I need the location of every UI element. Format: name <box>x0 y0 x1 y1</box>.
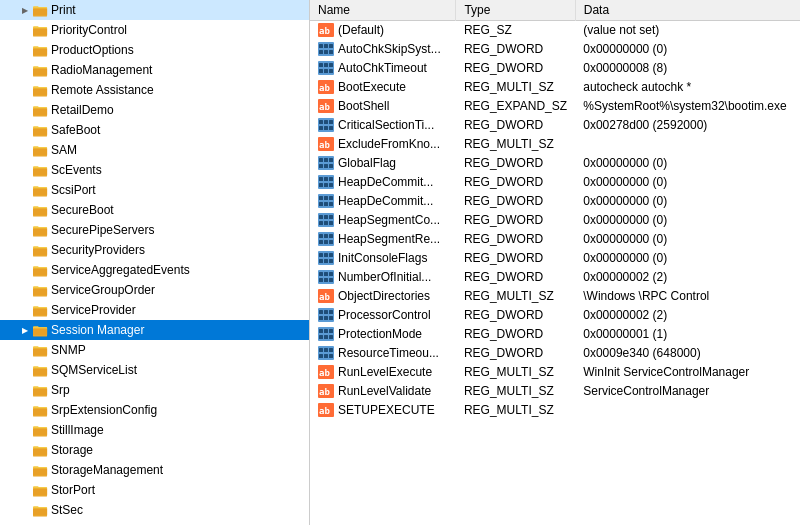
svg-rect-144 <box>324 44 328 48</box>
registry-tree[interactable]: Print PriorityControl ProductOptions Rad… <box>0 0 310 525</box>
table-row[interactable]: ProcessorControl REG_DWORD0x00000002 (2) <box>310 306 800 325</box>
tree-item-serviceProvider[interactable]: ServiceProvider <box>0 300 309 320</box>
table-row[interactable]: GlobalFlag REG_DWORD0x00000000 (0) <box>310 154 800 173</box>
tree-label-scsiPort: ScsiPort <box>51 183 96 197</box>
col-header-type[interactable]: Type <box>456 0 575 21</box>
svg-rect-39 <box>33 147 47 148</box>
svg-rect-83 <box>33 328 47 336</box>
value-name-20: SETUPEXECUTE <box>338 403 435 417</box>
tree-label-stSec: StSec <box>51 503 83 517</box>
svg-rect-84 <box>33 327 47 328</box>
tree-label-srp: Srp <box>51 383 70 397</box>
tree-item-serviceAggregatedEvents[interactable]: ServiceAggregatedEvents <box>0 260 309 280</box>
cell-data-16: 0x00000001 (1) <box>575 325 800 344</box>
tree-item-serviceGroupOrder[interactable]: ServiceGroupOrder <box>0 280 309 300</box>
tree-item-retailDemo[interactable]: RetailDemo <box>0 100 309 120</box>
cell-name-14: ab ObjectDirectories <box>310 287 456 306</box>
table-row[interactable]: ab ExcludeFromKno... REG_MULTI_SZ <box>310 135 800 154</box>
svg-rect-174 <box>324 164 328 168</box>
folder-icon-storageManagement <box>32 462 48 478</box>
value-name-11: HeapSegmentRe... <box>338 232 440 246</box>
tree-item-srpExtensionConfig[interactable]: SrpExtensionConfig <box>0 400 309 420</box>
svg-rect-146 <box>319 50 323 54</box>
svg-rect-173 <box>319 164 323 168</box>
folder-icon-scsiPort <box>32 182 48 198</box>
table-row[interactable]: ab BootShell REG_EXPAND_SZ%SystemRoot%\s… <box>310 97 800 116</box>
tree-item-remoteAssistance[interactable]: Remote Assistance <box>0 80 309 100</box>
tree-item-storPort[interactable]: StorPort <box>0 480 309 500</box>
table-row[interactable]: ab SETUPEXECUTE REG_MULTI_SZ <box>310 401 800 420</box>
svg-rect-148 <box>329 50 333 54</box>
table-row[interactable]: HeapSegmentCo... REG_DWORD0x00000000 (0) <box>310 211 800 230</box>
value-name-1: AutoChkSkipSyst... <box>338 42 441 56</box>
tree-item-srp[interactable]: Srp <box>0 380 309 400</box>
tree-item-stSec[interactable]: StSec <box>0 500 309 520</box>
svg-rect-208 <box>319 259 323 263</box>
tree-item-productOptions[interactable]: ProductOptions <box>0 40 309 60</box>
value-name-6: ExcludeFromKno... <box>338 137 440 151</box>
svg-rect-187 <box>319 202 323 206</box>
svg-rect-207 <box>329 253 333 257</box>
value-name-17: ResourceTimeou... <box>338 346 439 360</box>
tree-item-priorityControl[interactable]: PriorityControl <box>0 20 309 40</box>
svg-rect-195 <box>324 221 328 225</box>
tree-chevron-sessionManager[interactable] <box>18 323 32 337</box>
table-row[interactable]: InitConsoleFlags REG_DWORD0x00000000 (0) <box>310 249 800 268</box>
tree-item-sessionManager[interactable]: Session Manager <box>0 320 309 340</box>
tree-chevron-print[interactable] <box>18 3 32 17</box>
cell-name-18: ab RunLevelExecute <box>310 363 456 382</box>
tree-item-securityProviders[interactable]: SecurityProviders <box>0 240 309 260</box>
svg-rect-128 <box>33 508 47 516</box>
table-row[interactable]: CriticalSectionTi... REG_DWORD0x00278d00… <box>310 116 800 135</box>
value-icon-12 <box>318 251 334 265</box>
tree-item-scsiPort[interactable]: ScsiPort <box>0 180 309 200</box>
cell-data-9: 0x00000000 (0) <box>575 192 800 211</box>
svg-rect-73 <box>33 288 47 296</box>
tree-item-stillImage[interactable]: StillImage <box>0 420 309 440</box>
table-row[interactable]: ab RunLevelExecute REG_MULTI_SZWinInit S… <box>310 363 800 382</box>
tree-item-scEvents[interactable]: ScEvents <box>0 160 309 180</box>
table-row[interactable]: NumberOfInitial... REG_DWORD0x00000002 (… <box>310 268 800 287</box>
table-row[interactable]: HeapDeCommit... REG_DWORD0x00000000 (0) <box>310 173 800 192</box>
col-header-data[interactable]: Data <box>575 0 800 21</box>
table-row[interactable]: ProtectionMode REG_DWORD0x00000001 (1) <box>310 325 800 344</box>
tree-item-storageManagement[interactable]: StorageManagement <box>0 460 309 480</box>
svg-rect-177 <box>319 177 323 181</box>
tree-item-systemInformation[interactable]: SystemInformation <box>0 520 309 525</box>
tree-item-sqmServiceList[interactable]: SQMServiceList <box>0 360 309 380</box>
table-row[interactable]: ab BootExecute REG_MULTI_SZautocheck aut… <box>310 78 800 97</box>
cell-type-7: REG_DWORD <box>456 154 575 173</box>
tree-label-secureBoot: SecureBoot <box>51 203 114 217</box>
tree-item-safeBoot[interactable]: SafeBoot <box>0 120 309 140</box>
table-row[interactable]: HeapSegmentRe... REG_DWORD0x00000000 (0) <box>310 230 800 249</box>
tree-item-radioManagement[interactable]: RadioManagement <box>0 60 309 80</box>
table-row[interactable]: ab (Default) REG_SZ(value not set) <box>310 21 800 40</box>
table-row[interactable]: HeapDeCommit... REG_DWORD0x00000000 (0) <box>310 192 800 211</box>
tree-label-sessionManager: Session Manager <box>51 323 144 337</box>
value-name-7: GlobalFlag <box>338 156 396 170</box>
value-icon-5 <box>318 118 334 132</box>
table-row[interactable]: ResourceTimeou... REG_DWORD0x0009e340 (6… <box>310 344 800 363</box>
tree-item-secureBoot[interactable]: SecureBoot <box>0 200 309 220</box>
svg-rect-147 <box>324 50 328 54</box>
tree-item-print[interactable]: Print <box>0 0 309 20</box>
svg-rect-59 <box>33 227 47 228</box>
table-row[interactable]: ab ObjectDirectories REG_MULTI_SZ\Window… <box>310 287 800 306</box>
folder-icon-safeBoot <box>32 122 48 138</box>
table-row[interactable]: ab RunLevelValidate REG_MULTI_SZServiceC… <box>310 382 800 401</box>
svg-rect-18 <box>33 68 47 76</box>
tree-item-snmp[interactable]: SNMP <box>0 340 309 360</box>
tree-item-storage[interactable]: Storage <box>0 440 309 460</box>
cell-data-18: WinInit ServiceControlManager <box>575 363 800 382</box>
svg-rect-164 <box>319 126 323 130</box>
svg-rect-206 <box>324 253 328 257</box>
table-row[interactable]: AutoChkSkipSyst... REG_DWORD0x00000000 (… <box>310 40 800 59</box>
tree-item-securePipeServers[interactable]: SecurePipeServers <box>0 220 309 240</box>
svg-rect-179 <box>329 177 333 181</box>
svg-rect-215 <box>319 278 323 282</box>
table-row[interactable]: AutoChkTimeout REG_DWORD0x00000008 (8) <box>310 59 800 78</box>
folder-icon-remoteAssistance <box>32 82 48 98</box>
cell-name-8: HeapDeCommit... <box>310 173 456 192</box>
col-header-name[interactable]: Name <box>310 0 456 21</box>
tree-item-sam[interactable]: SAM <box>0 140 309 160</box>
